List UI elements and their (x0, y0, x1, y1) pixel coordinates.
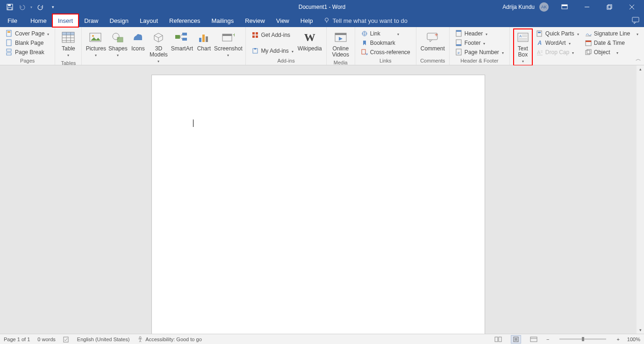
svg-rect-31 (182, 38, 187, 41)
page-break-button[interactable]: Page Break (4, 48, 51, 57)
tab-help[interactable]: Help (295, 14, 319, 27)
get-addins-button[interactable]: Get Add-ins (250, 30, 295, 40)
blank-page-button[interactable]: Blank Page (4, 38, 51, 48)
tab-design[interactable]: Design (104, 14, 134, 27)
svg-rect-16 (7, 49, 11, 51)
tab-references[interactable]: References (164, 14, 206, 27)
redo-button[interactable] (36, 2, 46, 12)
object-button[interactable]: Object (583, 48, 640, 57)
quick-access-toolbar: ▾ ▾ (0, 2, 58, 12)
svg-rect-63 (537, 31, 542, 36)
document-page[interactable] (151, 75, 485, 334)
tab-mailings[interactable]: Mailings (206, 14, 240, 27)
drop-cap-icon: A (536, 49, 544, 56)
vertical-scrollbar[interactable]: ▴ ▾ (637, 65, 644, 334)
zoom-out-button[interactable]: − (546, 337, 549, 342)
3d-models-button[interactable]: 3D Models (148, 29, 169, 65)
chart-button[interactable]: Chart (195, 29, 213, 53)
bookmark-button[interactable]: Bookmark (359, 38, 412, 48)
wordart-icon: A (536, 39, 544, 47)
scroll-down-button[interactable]: ▾ (637, 326, 644, 334)
ribbon-display-options[interactable] (554, 0, 575, 14)
date-time-button[interactable]: Date & Time (583, 38, 640, 48)
text-box-button[interactable]: A Text Box (514, 29, 532, 65)
link-button[interactable]: Link (359, 29, 412, 38)
page-number-icon: # (455, 49, 463, 56)
footer-button[interactable]: Footer (453, 38, 506, 48)
comment-button[interactable]: + Comment (420, 29, 445, 53)
zoom-in-button[interactable]: + (616, 337, 619, 342)
svg-rect-28 (117, 37, 123, 42)
smartart-button[interactable]: SmartArt (171, 29, 193, 53)
pictures-button[interactable]: Pictures (86, 29, 106, 59)
my-addins-button[interactable]: My Add-ins (250, 46, 295, 56)
shapes-button[interactable]: Shapes (108, 29, 128, 59)
shapes-icon (110, 30, 125, 45)
tab-layout[interactable]: Layout (134, 14, 164, 27)
icons-button[interactable]: Icons (129, 29, 146, 53)
3d-models-icon (151, 30, 166, 45)
tab-insert[interactable]: Insert (52, 14, 79, 27)
zoom-slider[interactable] (559, 338, 606, 340)
tell-me-search[interactable]: Tell me what you want to do (323, 14, 408, 27)
page-indicator[interactable]: Page 1 of 1 (4, 337, 30, 342)
tab-file[interactable]: File (0, 14, 25, 27)
cross-reference-button[interactable]: Cross-reference (359, 48, 412, 57)
group-media: Online Videos Media (327, 27, 355, 65)
screenshot-button[interactable]: + Screenshot (215, 29, 242, 59)
zoom-level[interactable]: 100% (627, 337, 640, 342)
print-layout-button[interactable] (511, 335, 521, 344)
svg-point-10 (325, 18, 328, 21)
tab-home[interactable]: Home (25, 14, 52, 27)
svg-rect-12 (632, 17, 639, 22)
object-icon (585, 49, 592, 56)
scroll-up-button[interactable]: ▴ (637, 65, 644, 73)
page-number-button[interactable]: #Page Number (453, 48, 506, 57)
svg-rect-2 (8, 7, 12, 10)
accessibility-indicator[interactable]: Accessibility: Good to go (137, 336, 201, 343)
svg-rect-77 (499, 337, 501, 342)
tab-view[interactable]: View (271, 14, 295, 27)
group-header-footer: Header Footer #Page Number Header & Foot… (450, 27, 510, 65)
comments-pane-icon[interactable] (632, 17, 640, 24)
table-button[interactable]: Table (59, 29, 78, 59)
svg-rect-46 (335, 33, 346, 35)
web-layout-button[interactable] (529, 335, 539, 344)
user-name[interactable]: Adrija Kundu (502, 4, 535, 10)
wikipedia-button[interactable]: W Wikipedia (297, 29, 322, 53)
qat-customize[interactable]: ▾ (48, 2, 58, 12)
svg-text:A: A (519, 34, 522, 38)
cover-page-button[interactable]: Cover Page (4, 29, 51, 38)
group-comments-label: Comments (420, 57, 445, 65)
signature-line-button[interactable]: Signature Line (583, 29, 640, 38)
link-icon (361, 30, 368, 37)
save-button[interactable] (5, 2, 15, 12)
undo-button[interactable] (17, 2, 27, 12)
drop-cap-button[interactable]: ADrop Cap (534, 48, 581, 57)
svg-rect-35 (202, 35, 205, 42)
language-indicator[interactable]: English (United States) (77, 337, 130, 342)
minimize-button[interactable] (577, 0, 597, 14)
svg-rect-30 (182, 33, 187, 35)
pictures-icon (88, 30, 103, 45)
tab-draw[interactable]: Draw (79, 14, 104, 27)
tab-review[interactable]: Review (239, 14, 271, 27)
read-mode-button[interactable] (493, 335, 503, 344)
wordart-button[interactable]: AWordArt (534, 38, 581, 48)
close-button[interactable] (622, 0, 642, 14)
text-box-icon: A (515, 30, 530, 45)
spellcheck-indicator[interactable] (63, 336, 70, 343)
date-time-icon (585, 39, 592, 47)
online-videos-button[interactable]: Online Videos (330, 29, 351, 59)
tell-me-label: Tell me what you want to do (333, 17, 408, 24)
collapse-ribbon-button[interactable]: ︿ (636, 55, 641, 63)
quick-parts-button[interactable]: Quick Parts (534, 29, 581, 38)
word-count[interactable]: 0 words (37, 337, 56, 342)
addins-icon (251, 47, 259, 55)
comment-icon: + (425, 30, 440, 45)
undo-dropdown[interactable]: ▾ (29, 2, 34, 12)
user-avatar[interactable]: AK (539, 2, 549, 12)
maximize-button[interactable] (599, 0, 620, 14)
document-area[interactable]: ▴ ▾ (0, 65, 644, 334)
header-button[interactable]: Header (453, 29, 506, 38)
